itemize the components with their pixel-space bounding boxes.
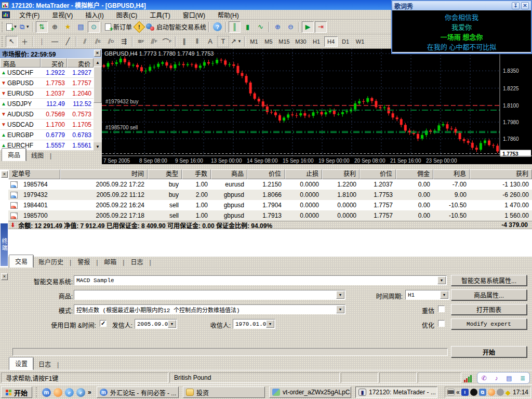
date-to-select[interactable]: 1970.01.01 ▼ [233, 319, 275, 329]
maxthon-icon[interactable]: m [42, 388, 51, 397]
ie-icon[interactable]: e [65, 388, 74, 397]
text-label-button[interactable]: T [217, 36, 229, 47]
symbol-row-usdcad[interactable]: ▼USDCAD1.17001.1705 [0, 119, 94, 130]
symbol-row-gbpusd[interactable]: ▼GBPUSD1.77531.7757 [0, 78, 94, 88]
chevron-down-icon[interactable]: ▼ [168, 320, 176, 328]
parallel-lines-button[interactable]: ∥ [178, 36, 190, 47]
orders-column-11[interactable]: 获利 [470, 169, 532, 179]
std-deviation-channel-button[interactable]: ⫽D [105, 36, 117, 47]
pet-tray-icon[interactable] [488, 389, 495, 396]
column-bid[interactable]: 买价 [41, 58, 67, 68]
market-watch-tab-1[interactable]: 线图 [26, 150, 49, 161]
ea-select[interactable]: MACD Sample ▼ [74, 275, 447, 285]
chevron-down-icon[interactable]: ▼ [440, 291, 448, 299]
toolbar-grip[interactable] [2, 36, 4, 47]
orders-column-5[interactable]: 价位 [247, 169, 285, 179]
lyrics-window[interactable]: 歌词秀 ↧ ✕ 你会相信我我爱你一场雨 想念你在我的 心中都不可比拟 [391, 0, 532, 54]
close-icon[interactable]: ✕ [521, 2, 529, 9]
pet-icon[interactable] [54, 388, 62, 397]
channel-button[interactable]: ⫽ [79, 36, 91, 47]
andrews-pitchfork-button[interactable]: ⇶ [118, 36, 130, 47]
use-date-checkbox[interactable]: ✓ [100, 320, 107, 327]
playlist-icon[interactable]: ▤ [506, 375, 512, 382]
terminal-tab-2[interactable]: 警报 [72, 256, 95, 268]
keyboard-icon[interactable]: ⌨ [447, 389, 455, 396]
browser-icon[interactable]: e [76, 388, 85, 397]
menu-item-2[interactable]: 插入(I) [79, 11, 110, 20]
chevron-down-icon[interactable]: ▼ [437, 276, 446, 284]
menu-item-1[interactable]: 显视(V) [46, 11, 79, 20]
market-watch-scrollbar[interactable]: ▲ ▼ [94, 58, 102, 151]
start-test-button[interactable]: 开始 [451, 346, 527, 357]
fibo-arcs-button[interactable]: ⌒F [161, 36, 173, 47]
arrow-tools-button[interactable]: ↗▼ [230, 36, 242, 47]
scroll-thumb[interactable] [94, 66, 102, 103]
ea-properties-button[interactable]: 智能交易系统属性... [451, 275, 527, 286]
chevron-down-icon[interactable]: ▼ [336, 305, 344, 313]
terminal-vertical-title[interactable]: 终端 [1, 223, 8, 266]
timeframe-m1[interactable]: M1 [247, 36, 261, 47]
chevron-down-icon[interactable]: ▼ [336, 291, 344, 299]
orders-column-2[interactable]: 类型 [148, 169, 182, 179]
order-row-1984401[interactable]: 19844012005.09.22 16:24sell1.00gbpusd1.7… [8, 200, 532, 210]
volume-icon[interactable] [497, 389, 504, 396]
menu-item-6[interactable]: 帮助(H) [211, 11, 245, 20]
line-chart-button[interactable]: ∿ [255, 21, 267, 33]
symbol-select[interactable]: ▼ [74, 290, 345, 300]
chart-area[interactable]: 1.83501.82251.81001.79801.7860#1979432 b… [102, 49, 532, 164]
timeframe-m30[interactable]: M30 [293, 36, 309, 47]
crosshair-button[interactable]: ＋ [19, 36, 31, 47]
zoom-in-button[interactable]: ⊕ [272, 21, 284, 33]
task-button-3[interactable]: ▮172120: MetaTrader - ... [355, 387, 437, 398]
navigator-button[interactable]: ★ [62, 21, 74, 33]
lyrics-titlebar[interactable]: 歌词秀 ↧ ✕ [392, 1, 531, 10]
task-button-0[interactable]: m外汇论坛 - 有问必答 - ... [97, 387, 179, 398]
market-watch-toggle[interactable]: ⇅ [36, 21, 48, 33]
input-method-icon[interactable]: I [461, 389, 469, 396]
data-window-button[interactable]: ⊕ [49, 21, 61, 33]
symbol-properties-button[interactable]: 商品属性... [451, 289, 527, 300]
equidistant-channel-button[interactable]: ⫽E [92, 36, 104, 47]
fibo-fan-button[interactable]: ⫻F [148, 36, 160, 47]
menu-item-3[interactable]: 图表(C) [110, 11, 144, 20]
timeframe-w1[interactable]: W1 [353, 36, 367, 47]
task-button-2[interactable]: vt-order_aZWx25gALpC... [269, 387, 351, 398]
close-icon[interactable]: × [94, 50, 101, 57]
open-chart-button[interactable]: 打开图表 [451, 304, 527, 315]
orders-column-7[interactable]: 获利 [322, 169, 360, 179]
alert-button[interactable]: ! [133, 21, 145, 33]
orders-column-3[interactable]: 手数 [182, 169, 211, 179]
chart-shift-button[interactable]: ⇥ [315, 21, 327, 33]
order-row-1985700[interactable]: 19857002005.09.22 17:18sell1.00gbpusd1.7… [8, 210, 532, 221]
period-select[interactable]: H1 ▼ [405, 290, 449, 300]
cursor-button[interactable]: ↖ [6, 36, 18, 47]
scroll-up-icon[interactable]: ▲ [94, 58, 102, 66]
scroll-down-icon[interactable]: ▼ [94, 142, 102, 151]
auto-scroll-button[interactable]: ▶ [302, 21, 314, 33]
order-row-1985764[interactable]: 19857642005.09.22 17:22buy1.00eurusd1.21… [8, 179, 532, 190]
toolbar-grip[interactable] [2, 22, 4, 32]
model-select[interactable]: 控制点数 (根据最近最小期限内的12 个控制点的分数维插值法) ▼ [74, 304, 345, 314]
timeframe-m15[interactable]: M15 [276, 36, 292, 47]
music-note-icon[interactable]: ♪ [495, 375, 498, 382]
panel-splitter[interactable] [102, 164, 532, 169]
orders-column-6[interactable]: 止损 [285, 169, 322, 179]
trendline-button[interactable]: ╱ [62, 36, 74, 47]
menu-item-5[interactable]: 窗口(W) [177, 11, 211, 20]
pin-icon[interactable]: ↧ [512, 2, 520, 9]
network-icon[interactable]: ⧉ [479, 389, 486, 396]
symbol-row-usdchf[interactable]: ▲USDCHF1.29221.2927 [0, 68, 94, 78]
date-from-select[interactable]: 2005.09.01 ▼ [135, 319, 177, 329]
chart-document-icon[interactable] [2, 11, 10, 18]
symbol-row-audusd[interactable]: ▼AUDUSD0.75690.7573 [0, 109, 94, 119]
optimize-checkbox[interactable] [438, 320, 445, 327]
qq-icon[interactable] [470, 389, 477, 396]
task-button-1[interactable]: 投资 [183, 387, 265, 398]
recalculate-checkbox[interactable] [438, 305, 445, 312]
new-order-button[interactable]: 新订单 [105, 21, 132, 33]
chevron-more-icon[interactable]: » [88, 389, 91, 396]
terminal-tab-1[interactable]: 账户历史 [33, 256, 69, 268]
bar-chart-button[interactable]: ║ [229, 21, 241, 33]
fibo-retracement-button[interactable]: ≡F [135, 36, 147, 47]
new-chart-button[interactable]: ▼ [6, 21, 18, 33]
